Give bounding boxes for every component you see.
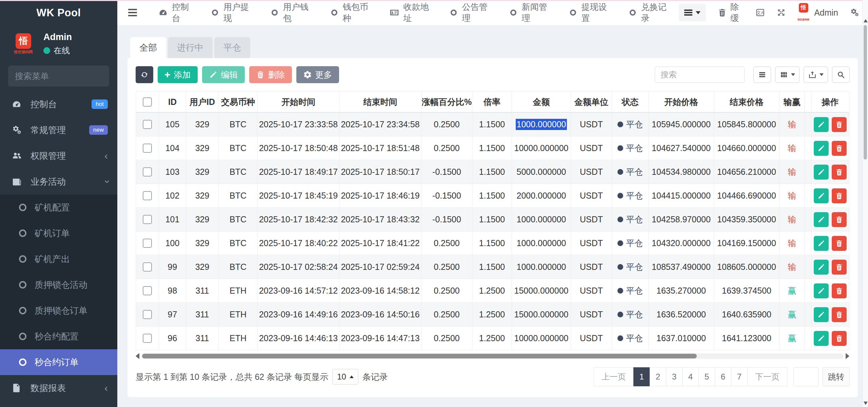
sidebar-subitem[interactable]: 秒合约配置 <box>0 323 117 349</box>
delete-row-button[interactable] <box>832 307 847 322</box>
row-checkbox[interactable] <box>143 215 152 224</box>
topnav-item-公告管理[interactable]: 公告管理 <box>440 0 500 25</box>
search-toggle-button[interactable] <box>832 67 850 83</box>
row-checkbox[interactable] <box>143 191 152 200</box>
delete-row-button[interactable] <box>832 117 847 132</box>
edit-row-button[interactable] <box>814 260 829 275</box>
page-button-3[interactable]: 3 <box>666 367 683 386</box>
cell-status: 平仓 <box>626 119 643 130</box>
edit-row-button[interactable] <box>814 141 829 156</box>
page-size-select[interactable]: 10 <box>332 369 358 385</box>
cell-percent: 0.2500 <box>421 279 472 303</box>
edit-row-button[interactable] <box>814 188 829 203</box>
toggle-view-button[interactable] <box>753 67 771 83</box>
fullscreen-icon[interactable] <box>776 8 786 17</box>
delete-row-button[interactable] <box>832 260 847 275</box>
jump-page-input[interactable] <box>793 367 818 386</box>
translate-icon[interactable]: 文A <box>755 8 765 17</box>
row-checkbox[interactable] <box>143 167 152 177</box>
sidebar-subitem[interactable]: 质押锁仓订单 <box>0 298 117 323</box>
topnav-item-用户提现[interactable]: 用户提现 <box>202 0 261 25</box>
nav-collapse-button[interactable] <box>679 4 706 21</box>
jump-button[interactable]: 跳转 <box>823 367 850 386</box>
tab-进行中[interactable]: 进行中 <box>168 37 213 58</box>
scroll-right-arrow-icon[interactable] <box>846 353 849 359</box>
edit-row-button[interactable] <box>814 212 829 227</box>
prev-page-button[interactable]: 上一页 <box>594 367 634 386</box>
sidebar-subitem[interactable]: 秒合约订单 <box>0 349 117 375</box>
edit-row-button[interactable] <box>814 236 829 251</box>
vertical-scrollbar[interactable] <box>862 0 868 407</box>
menu-search-input[interactable] <box>15 71 124 81</box>
sidebar-subitem[interactable]: 矿机配置 <box>0 195 117 220</box>
topnav-item-钱包币种[interactable]: 钱包币种 <box>321 0 380 25</box>
avatar[interactable]: 悟 悟空源码网 <box>11 33 36 55</box>
page-button-7[interactable]: 7 <box>731 367 748 386</box>
edit-button[interactable]: 编辑 <box>202 66 245 83</box>
page-button-2[interactable]: 2 <box>650 367 666 386</box>
edit-row-button[interactable] <box>814 117 829 132</box>
topnav-item-用户钱包[interactable]: 用户钱包 <box>261 0 321 25</box>
row-checkbox[interactable] <box>143 120 152 129</box>
page-button-4[interactable]: 4 <box>682 367 699 386</box>
refresh-button[interactable] <box>136 66 153 83</box>
more-button[interactable]: 更多 <box>296 66 339 83</box>
tab-平仓[interactable]: 平仓 <box>214 37 250 58</box>
page-button-6[interactable]: 6 <box>715 367 731 386</box>
row-checkbox[interactable] <box>143 334 152 343</box>
scrollbar-thumb[interactable] <box>864 25 867 160</box>
edit-row-button[interactable] <box>814 331 829 346</box>
delete-row-button[interactable] <box>832 236 847 251</box>
page-button-1[interactable]: 1 <box>633 367 650 386</box>
scroll-left-arrow-icon[interactable] <box>136 353 139 359</box>
sidebar-item[interactable]: 权限管理‹ <box>0 143 117 169</box>
cell-user-id: 329 <box>186 208 219 232</box>
sidebar-item[interactable]: 业务活动‹ <box>0 169 117 195</box>
page-button-5[interactable]: 5 <box>698 367 715 386</box>
row-checkbox[interactable] <box>143 239 152 248</box>
admin-menu[interactable]: 悟 悟空源码网 Admin <box>797 3 838 22</box>
delete-button[interactable]: 删除 <box>249 66 292 83</box>
table-search-input[interactable] <box>655 67 745 83</box>
horizontal-scrollbar[interactable] <box>136 352 849 360</box>
scroll-up-arrow-icon[interactable] <box>864 19 868 22</box>
add-button[interactable]: +添加 <box>158 66 198 83</box>
delete-row-button[interactable] <box>832 283 847 298</box>
sidebar-item[interactable]: 常规管理new <box>0 117 117 143</box>
delete-row-button[interactable] <box>832 331 847 346</box>
delete-row-button[interactable] <box>832 165 847 180</box>
ring-icon <box>330 7 338 18</box>
topnav-item-新闻管理[interactable]: 新闻管理 <box>500 0 559 25</box>
row-checkbox[interactable] <box>143 286 152 295</box>
export-button[interactable] <box>804 67 828 83</box>
topnav-item-控制台[interactable]: 控制台 <box>149 0 202 25</box>
scroll-down-arrow-icon[interactable] <box>864 402 868 405</box>
topnav-item-提现设置[interactable]: 提现设置 <box>559 0 619 25</box>
sidebar-item[interactable]: 控制台hot <box>0 91 117 117</box>
edit-row-button[interactable] <box>814 283 829 298</box>
topnav-item-兑换记录[interactable]: 兑换记录 <box>619 0 679 25</box>
select-all-checkbox[interactable] <box>136 92 159 113</box>
cell-end-time: 2025-10-17 18:41:22 <box>339 232 421 255</box>
row-checkbox[interactable] <box>143 144 152 153</box>
edit-row-button[interactable] <box>814 165 829 180</box>
columns-button[interactable] <box>775 67 800 83</box>
status-dot <box>617 335 623 341</box>
topnav-item-收款地址[interactable]: 收款地址 <box>380 0 440 25</box>
next-page-button[interactable]: 下一页 <box>747 367 787 386</box>
sidebar-toggle-icon[interactable] <box>125 7 140 18</box>
cell-amount: 1000.000000 <box>517 215 566 224</box>
edit-row-button[interactable] <box>814 307 829 322</box>
row-checkbox[interactable] <box>143 310 152 319</box>
row-checkbox[interactable] <box>143 262 152 272</box>
sidebar-subitem[interactable]: 矿机订单 <box>0 220 117 246</box>
scrollbar-thumb[interactable] <box>142 354 697 358</box>
delete-row-button[interactable] <box>832 141 847 156</box>
settings-gears-icon[interactable] <box>850 8 859 17</box>
delete-row-button[interactable] <box>832 212 847 227</box>
sidebar-subitem[interactable]: 质押锁仓活动 <box>0 272 117 298</box>
delete-row-button[interactable] <box>832 188 847 203</box>
tab-全部[interactable]: 全部 <box>130 37 166 58</box>
sidebar-subitem[interactable]: 矿机产出 <box>0 246 117 272</box>
sidebar-item[interactable]: 数据报表‹ <box>0 375 117 401</box>
